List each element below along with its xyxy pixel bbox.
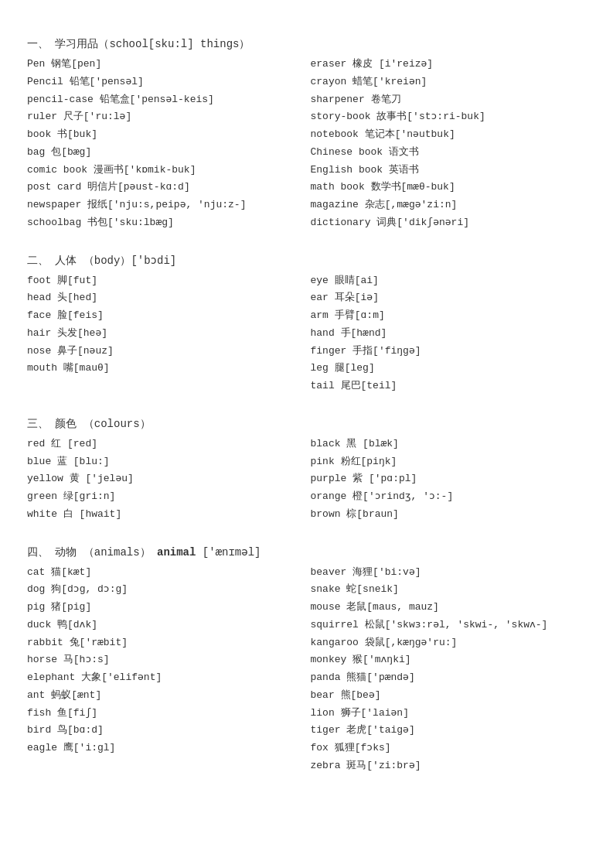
right-entry-section4-0: beaver 海狸['bi:və] xyxy=(311,564,587,582)
section4-title-right: ['ænɪməl] xyxy=(196,546,261,559)
left-entry-section3-3: green 绿[gri:n] xyxy=(27,488,303,506)
right-entry-section2-2: arm 手臂[ɑ:m] xyxy=(311,307,587,325)
right-entry-section4-8: lion 狮子['laiən] xyxy=(311,705,587,723)
right-entry-section4-7: bear 熊[beə] xyxy=(311,687,587,705)
right-entry-section1-1: crayon 蜡笔['kreiən] xyxy=(311,73,587,91)
right-entry-section4-5: monkey 猴['mʌŋki] xyxy=(311,651,587,669)
left-col-section1: Pen 钢笔[pen]Pencil 铅笔['pensəl]pencil-case… xyxy=(27,56,303,232)
left-entry-section3-2: yellow 黄 ['jeləu] xyxy=(27,470,303,488)
section-title-section1: 一、 学习用品（school[sku:l] things） xyxy=(27,37,586,51)
section-title-section4: 四、 动物 （animals） animal ['ænɪməl] xyxy=(27,545,586,559)
left-entry-section3-1: blue 蓝 [blu:] xyxy=(27,453,303,471)
right-entry-section2-4: finger 手指['fiŋgə] xyxy=(311,343,587,361)
left-entry-section2-5: mouth 嘴[mauθ] xyxy=(27,360,303,378)
left-entry-section4-1: dog 狗[dɔg, dɔ:g] xyxy=(27,581,303,599)
section-title-section3: 三、 颜色 （colours） xyxy=(27,417,586,431)
right-entry-section4-2: mouse 老鼠[maus, mauz] xyxy=(311,599,587,617)
left-entry-section4-2: pig 猪[pig] xyxy=(27,599,303,617)
section-section4: 四、 动物 （animals） animal ['ænɪməl]cat 猫[kæ… xyxy=(27,545,586,775)
section-grid-section4: cat 猫[kæt]dog 狗[dɔg, dɔ:g]pig 猪[pig]duck… xyxy=(27,564,586,775)
left-entry-section2-3: hair 头发[heə] xyxy=(27,325,303,343)
right-entry-section3-1: pink 粉红[piŋk] xyxy=(311,453,587,471)
section-grid-section3: red 红 [red]blue 蓝 [blu:]yellow 黄 ['jeləu… xyxy=(27,436,586,524)
left-entry-section4-0: cat 猫[kæt] xyxy=(27,564,303,582)
left-col-section2: foot 脚[fut]head 头[hed]face 脸[feis]hair 头… xyxy=(27,272,303,395)
left-entry-section4-9: bird 鸟[bɑ:d] xyxy=(27,722,303,740)
right-entry-section2-1: ear 耳朵[iə] xyxy=(311,289,587,307)
left-entry-section4-10: eagle 鹰['i:gl] xyxy=(27,740,303,757)
right-entry-section2-6: tail 尾巴[teil] xyxy=(311,378,587,395)
right-entry-section4-3: squirrel 松鼠['skwɜ:rəl, 'skwi-, 'skwʌ-] xyxy=(311,617,587,634)
left-entry-section1-8: newspaper 报纸['nju:s,peipə, 'nju:z-] xyxy=(27,196,303,214)
right-col-section1: eraser 橡皮 [i'reizə]crayon 蜡笔['kreiən]sha… xyxy=(311,56,587,232)
left-entry-section4-3: duck 鸭[dʌk] xyxy=(27,617,303,634)
section-section3: 三、 颜色 （colours）red 红 [red]blue 蓝 [blu:]y… xyxy=(27,417,586,531)
left-entry-section4-8: fish 鱼[fiʃ] xyxy=(27,705,303,723)
section-grid-section1: Pen 钢笔[pen]Pencil 铅笔['pensəl]pencil-case… xyxy=(27,56,586,232)
right-entry-section3-4: brown 棕[braun] xyxy=(311,506,587,524)
right-entry-section1-4: notebook 笔记本['nəutbuk] xyxy=(311,126,587,144)
right-entry-section4-4: kangaroo 袋鼠[,kæŋgə'ru:] xyxy=(311,634,587,652)
right-col-section3: black 黑 [blæk]pink 粉红[piŋk]purple 紫 ['pɑ… xyxy=(311,436,587,524)
right-entry-section1-0: eraser 橡皮 [i'reizə] xyxy=(311,56,587,73)
right-entry-section2-5: leg 腿[leg] xyxy=(311,360,587,378)
left-col-section3: red 红 [red]blue 蓝 [blu:]yellow 黄 ['jeləu… xyxy=(27,436,303,524)
left-entry-section2-2: face 脸[feis] xyxy=(27,307,303,325)
section-section1: 一、 学习用品（school[sku:l] things）Pen 钢笔[pen]… xyxy=(27,37,586,240)
right-entry-section1-3: story-book 故事书['stɔ:ri-buk] xyxy=(311,108,587,126)
left-entry-section3-0: red 红 [red] xyxy=(27,436,303,453)
left-entry-section1-3: ruler 尺子['ru:lə] xyxy=(27,108,303,126)
section4-title-left: 四、 动物 （animals） xyxy=(27,546,157,559)
left-entry-section3-4: white 白 [hwait] xyxy=(27,506,303,524)
right-entry-section1-6: English book 英语书 xyxy=(311,162,587,179)
right-entry-section1-5: Chinese book 语文书 xyxy=(311,144,587,162)
right-entry-section4-11: zebra 斑马['zi:brə] xyxy=(311,757,587,775)
right-entry-section2-0: eye 眼睛[ai] xyxy=(311,272,587,290)
left-entry-section2-4: nose 鼻子[nəuz] xyxy=(27,343,303,361)
left-entry-section1-9: schoolbag 书包['sku:lbæg] xyxy=(27,214,303,232)
left-entry-section1-4: book 书[buk] xyxy=(27,126,303,144)
left-entry-section1-6: comic book 漫画书['kɒmik-buk] xyxy=(27,162,303,179)
right-entry-section3-0: black 黑 [blæk] xyxy=(311,436,587,453)
right-entry-section1-8: magazine 杂志[,mægə'zi:n] xyxy=(311,196,587,214)
app-container: 一、 学习用品（school[sku:l] things）Pen 钢笔[pen]… xyxy=(27,37,586,775)
left-entry-section4-6: elephant 大象['elifənt] xyxy=(27,669,303,687)
left-entry-section1-5: bag 包[bæg] xyxy=(27,144,303,162)
right-entry-section3-2: purple 紫 ['pɑ:pl] xyxy=(311,470,587,488)
left-entry-section4-5: horse 马[hɔ:s] xyxy=(27,651,303,669)
section4-title-bold: animal xyxy=(157,546,196,559)
section-section2: 二、 人体 （body）['bɔdi]foot 脚[fut]head 头[hed… xyxy=(27,254,586,403)
right-col-section2: eye 眼睛[ai]ear 耳朵[iə]arm 手臂[ɑ:m]hand 手[hæ… xyxy=(311,272,587,395)
section-grid-section2: foot 脚[fut]head 头[hed]face 脸[feis]hair 头… xyxy=(27,272,586,395)
right-entry-section1-7: math book 数学书[mæθ-buk] xyxy=(311,179,587,196)
right-entry-section4-6: panda 熊猫['pændə] xyxy=(311,669,587,687)
right-entry-section1-9: dictionary 词典['dikʃənəri] xyxy=(311,214,587,232)
left-entry-section1-2: pencil-case 铅笔盒['pensəl-keis] xyxy=(27,91,303,109)
left-entry-section1-7: post card 明信片[pəust-kɑ:d] xyxy=(27,179,303,196)
left-col-section4: cat 猫[kæt]dog 狗[dɔg, dɔ:g]pig 猪[pig]duck… xyxy=(27,564,303,775)
right-entry-section4-1: snake 蛇[sneik] xyxy=(311,581,587,599)
left-entry-section4-7: ant 蚂蚁[ænt] xyxy=(27,687,303,705)
right-entry-section3-3: orange 橙['ɔrindʒ, 'ɔ:-] xyxy=(311,488,587,506)
right-entry-section1-2: sharpener 卷笔刀 xyxy=(311,91,587,109)
left-entry-section2-0: foot 脚[fut] xyxy=(27,272,303,290)
left-entry-section1-1: Pencil 铅笔['pensəl] xyxy=(27,73,303,91)
right-entry-section2-3: hand 手[hænd] xyxy=(311,325,587,343)
left-entry-section4-4: rabbit 兔['ræbit] xyxy=(27,634,303,652)
right-entry-section4-9: tiger 老虎['taigə] xyxy=(311,722,587,740)
right-entry-section4-10: fox 狐狸[fɔks] xyxy=(311,740,587,757)
left-entry-section2-1: head 头[hed] xyxy=(27,289,303,307)
left-entry-section1-0: Pen 钢笔[pen] xyxy=(27,56,303,73)
right-col-section4: beaver 海狸['bi:və]snake 蛇[sneik]mouse 老鼠[… xyxy=(311,564,587,775)
section-title-section2: 二、 人体 （body）['bɔdi] xyxy=(27,254,586,268)
